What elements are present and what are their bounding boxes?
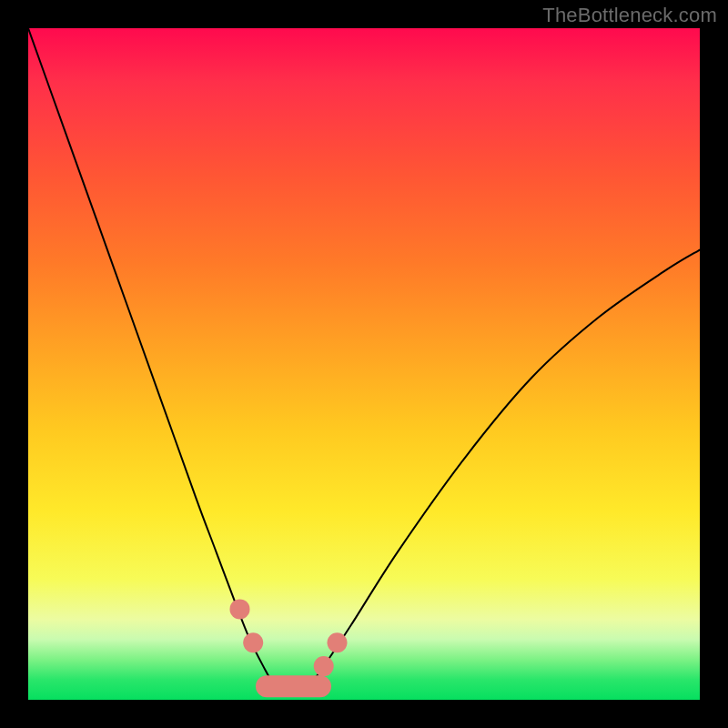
plot-area [28,28,700,700]
bottleneck-curve [28,28,700,687]
watermark-text: TheBottleneck.com [542,4,717,27]
bottom-pill-segment [256,675,331,697]
marker-group [230,599,348,697]
left-upper-dot [230,599,250,619]
curve-layer [28,28,700,700]
left-lower-dot [243,632,263,652]
right-lower-dot [314,656,334,676]
right-upper-dot [328,632,348,652]
chart-container: TheBottleneck.com [0,0,728,728]
